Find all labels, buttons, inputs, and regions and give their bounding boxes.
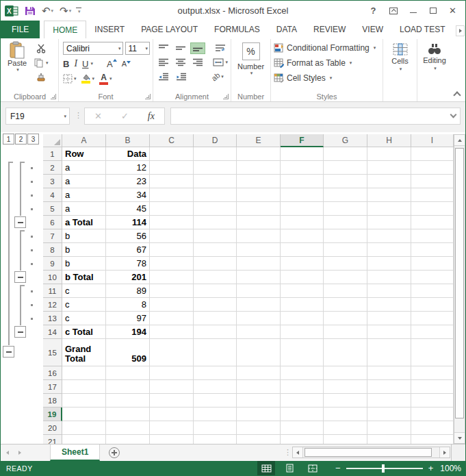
align-center-button[interactable]: [173, 57, 187, 68]
cell-I13[interactable]: [411, 312, 454, 325]
cell-E2[interactable]: [237, 161, 281, 175]
cell-D19[interactable]: [194, 408, 237, 421]
conditional-formatting-button[interactable]: Conditional Formatting ▾: [274, 42, 380, 54]
cell-C12[interactable]: [150, 298, 194, 312]
cell-F15[interactable]: [281, 339, 324, 366]
cell-H12[interactable]: [367, 298, 411, 312]
formula-bar-separator[interactable]: ⋮: [75, 111, 82, 120]
cell-H21[interactable]: [367, 435, 411, 444]
cell-C2[interactable]: [150, 161, 194, 175]
cell-F1[interactable]: [281, 147, 324, 161]
cell-A14[interactable]: c Total: [62, 325, 106, 339]
cell-C6[interactable]: [150, 216, 194, 229]
cell-B15[interactable]: 509: [106, 339, 150, 366]
collapse-group-button-row-14[interactable]: [14, 326, 26, 338]
cell-A2[interactable]: a: [62, 161, 106, 175]
tab-data[interactable]: DATA: [268, 21, 305, 38]
cell-A1[interactable]: Row: [62, 147, 106, 161]
collapse-ribbon-button[interactable]: [454, 90, 460, 96]
cell-C8[interactable]: [150, 243, 194, 257]
cell-C13[interactable]: [150, 312, 194, 325]
cell-E20[interactable]: [237, 421, 281, 435]
name-box[interactable]: F19 ▾: [5, 108, 70, 125]
cell-I21[interactable]: [411, 435, 454, 444]
cell-D5[interactable]: [194, 202, 237, 216]
cell-I9[interactable]: [411, 257, 454, 271]
zoom-level[interactable]: 100%: [439, 464, 461, 473]
number-format-button[interactable]: %: [242, 42, 260, 60]
cell-H19[interactable]: [367, 408, 411, 421]
cell-F17[interactable]: [281, 380, 324, 394]
cell-A7[interactable]: b: [62, 229, 106, 243]
editing-button[interactable]: [428, 43, 441, 55]
outline-level-3-button[interactable]: 3: [27, 134, 39, 145]
tab-insert[interactable]: INSERT: [86, 21, 133, 38]
cell-G4[interactable]: [324, 188, 367, 202]
cancel-icon[interactable]: ✕: [94, 111, 102, 121]
cell-D20[interactable]: [194, 421, 237, 435]
cell-B21[interactable]: [106, 435, 150, 444]
cell-H2[interactable]: [367, 161, 411, 175]
horizontal-scrollbar[interactable]: [292, 447, 450, 458]
formula-input[interactable]: [170, 108, 461, 125]
row-header-4[interactable]: 4: [43, 188, 62, 202]
row-header-1[interactable]: 1: [43, 147, 62, 161]
cells-button[interactable]: [393, 43, 408, 55]
cell-A19[interactable]: [62, 408, 106, 421]
cells-dropdown-icon[interactable]: ▾: [400, 66, 402, 72]
cell-H5[interactable]: [367, 202, 411, 216]
cell-E15[interactable]: [237, 339, 281, 366]
cell-C21[interactable]: [150, 435, 194, 444]
cell-H4[interactable]: [367, 188, 411, 202]
shrink-font-button[interactable]: A: [122, 60, 131, 68]
cell-G16[interactable]: [324, 366, 367, 380]
row-header-17[interactable]: 17: [43, 380, 62, 394]
cell-E19[interactable]: [237, 408, 281, 421]
cell-G8[interactable]: [324, 243, 367, 257]
cell-E1[interactable]: [237, 147, 281, 161]
cell-C10[interactable]: [150, 271, 194, 284]
cell-G1[interactable]: [324, 147, 367, 161]
cell-E17[interactable]: [237, 380, 281, 394]
increase-indent-button[interactable]: [174, 71, 189, 83]
tab-view[interactable]: VIEW: [354, 21, 391, 38]
cell-I3[interactable]: [411, 175, 454, 188]
cell-A8[interactable]: b: [62, 243, 106, 257]
help-button[interactable]: ?: [363, 1, 383, 21]
scroll-down-button[interactable]: [454, 432, 465, 443]
cell-G12[interactable]: [324, 298, 367, 312]
cell-B9[interactable]: 78: [106, 257, 150, 271]
enter-icon[interactable]: ✓: [121, 111, 129, 121]
cell-A16[interactable]: [62, 366, 106, 380]
cell-D3[interactable]: [194, 175, 237, 188]
row-header-7[interactable]: 7: [43, 229, 62, 243]
expand-formula-bar-icon[interactable]: [450, 112, 457, 118]
cell-D4[interactable]: [194, 188, 237, 202]
cell-H8[interactable]: [367, 243, 411, 257]
cell-F20[interactable]: [281, 421, 324, 435]
new-sheet-button[interactable]: [109, 447, 120, 458]
bold-button[interactable]: B: [63, 59, 69, 69]
tab-formulas[interactable]: FORMULAS: [206, 21, 268, 38]
outline-level-1-button[interactable]: 1: [3, 134, 14, 145]
cell-A6[interactable]: a Total: [62, 216, 106, 229]
column-header-A[interactable]: A: [62, 134, 106, 147]
cell-E12[interactable]: [237, 298, 281, 312]
cell-D14[interactable]: [194, 325, 237, 339]
cell-H10[interactable]: [367, 271, 411, 284]
align-left-button[interactable]: [156, 57, 170, 68]
grow-font-button[interactable]: A: [107, 59, 117, 69]
cell-D13[interactable]: [194, 312, 237, 325]
cell-G17[interactable]: [324, 380, 367, 394]
column-header-D[interactable]: D: [194, 134, 237, 147]
cell-G20[interactable]: [324, 421, 367, 435]
column-header-H[interactable]: H: [367, 134, 411, 147]
cell-A13[interactable]: c: [62, 312, 106, 325]
cell-E8[interactable]: [237, 243, 281, 257]
orientation-button[interactable]: ab ▾: [208, 71, 227, 83]
cell-G10[interactable]: [324, 271, 367, 284]
font-size-combo[interactable]: 11 ▾: [125, 42, 150, 55]
cell-F4[interactable]: [281, 188, 324, 202]
font-name-combo[interactable]: Calibri ▾: [63, 42, 123, 55]
cell-E5[interactable]: [237, 202, 281, 216]
